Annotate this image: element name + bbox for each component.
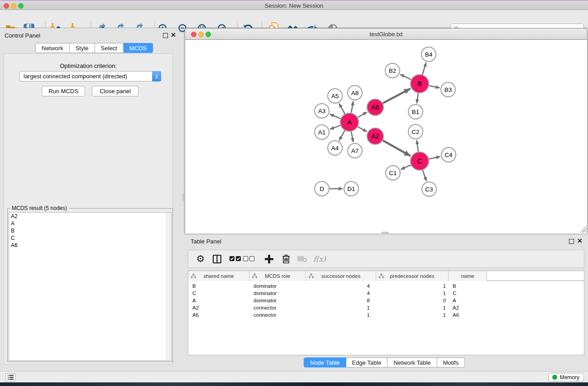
- edge-B-B4[interactable]: [422, 62, 426, 75]
- edge-C-C2[interactable]: [417, 140, 419, 152]
- node-label: B3: [445, 86, 452, 93]
- edge-A-A4[interactable]: [339, 130, 344, 140]
- node-A5[interactable]: A5: [328, 89, 342, 103]
- node-A7[interactable]: A7: [348, 143, 362, 158]
- column-header-MCDS-role[interactable]: MCDS role: [249, 271, 306, 281]
- node-label: D1: [347, 186, 355, 192]
- table-row[interactable]: Bdominator41B: [188, 282, 584, 290]
- column-header-shared-name[interactable]: shared name: [188, 271, 249, 281]
- node-label: C3: [425, 186, 433, 193]
- node-B2[interactable]: B2: [385, 63, 400, 78]
- edge-A-A1[interactable]: [330, 125, 340, 129]
- edge-C-C3[interactable]: [423, 170, 426, 181]
- edge-A-A7[interactable]: [351, 132, 354, 143]
- tab-mcds[interactable]: MCDS: [124, 43, 153, 53]
- table-row[interactable]: A6connector11A6: [188, 311, 584, 319]
- node-B[interactable]: B: [411, 75, 429, 93]
- select-all-columns-icon[interactable]: [228, 252, 243, 266]
- float-panel-icon[interactable]: [569, 239, 574, 244]
- show-columns-icon[interactable]: [209, 252, 225, 266]
- edge-B-B1[interactable]: [417, 93, 418, 103]
- delete-table-icon[interactable]: [295, 252, 310, 266]
- window-resize-grip[interactable]: [580, 226, 587, 233]
- node-label: A1: [318, 129, 326, 136]
- close-panel-icon[interactable]: ✕: [171, 31, 176, 38]
- node-C4[interactable]: C4: [441, 148, 456, 162]
- edge-A-A6[interactable]: [358, 112, 367, 118]
- node-A4[interactable]: A4: [328, 141, 342, 155]
- table-options-icon[interactable]: ⚙: [193, 252, 208, 266]
- tab-node-table[interactable]: Node Table: [304, 357, 346, 367]
- table-cell: 1: [306, 312, 376, 318]
- node-C[interactable]: C: [411, 152, 429, 170]
- network-canvas[interactable]: B4B2BB3A5A8A6A3B1AC2A1A2A4A7C4CC1C3DD1: [185, 40, 587, 234]
- tab-style[interactable]: Style: [70, 43, 95, 53]
- selected-criterion: largest connected component (directed): [20, 73, 152, 80]
- node-A[interactable]: A: [340, 113, 359, 131]
- edge-B-B2[interactable]: [400, 74, 411, 80]
- node-A3[interactable]: A3: [315, 104, 329, 118]
- edge-A-A2[interactable]: [358, 127, 367, 132]
- vertical-scroll-handle[interactable]: [182, 193, 185, 201]
- node-B1[interactable]: B1: [408, 105, 423, 119]
- result-list-item[interactable]: C: [9, 234, 171, 242]
- edge-A2-C[interactable]: [383, 140, 411, 156]
- run-mcds-button[interactable]: Run MCDS: [42, 86, 85, 96]
- result-list-item[interactable]: A6: [9, 242, 171, 249]
- table-row[interactable]: Cdominator41C: [188, 290, 584, 297]
- result-scrollbar[interactable]: [166, 213, 171, 360]
- table-row[interactable]: Adominator80A: [188, 297, 584, 304]
- edge-A6-B[interactable]: [383, 89, 411, 103]
- edge-B-B3[interactable]: [429, 86, 440, 88]
- edge-C-C1[interactable]: [401, 165, 411, 169]
- node-A6[interactable]: A6: [367, 99, 383, 115]
- mcds-result-list[interactable]: A2ABCA6: [9, 212, 172, 361]
- tab-network[interactable]: Network: [35, 43, 70, 53]
- close-panel-button[interactable]: Close panel: [92, 86, 139, 96]
- table-row[interactable]: A2connector11A2: [188, 304, 584, 311]
- edge-A-A5[interactable]: [339, 104, 345, 114]
- node-B3[interactable]: B3: [441, 82, 455, 97]
- node-D[interactable]: D: [315, 181, 329, 196]
- column-header-label: predecessor nodes: [390, 273, 435, 279]
- delete-column-icon[interactable]: [278, 252, 294, 266]
- table-cell: 1: [376, 305, 449, 310]
- edge-C-C4[interactable]: [429, 157, 440, 159]
- tab-select[interactable]: Select: [95, 43, 124, 53]
- close-panel-icon[interactable]: ✕: [577, 237, 583, 244]
- deselect-all-columns-icon[interactable]: [241, 252, 257, 266]
- column-header-predecessor-nodes[interactable]: predecessor nodes: [376, 271, 449, 281]
- column-header-name[interactable]: name: [449, 271, 487, 281]
- result-list-item[interactable]: B: [9, 227, 171, 234]
- tab-motifs[interactable]: Motifs: [437, 357, 465, 367]
- optimization-criterion-select[interactable]: largest connected component (directed) ▲…: [19, 71, 161, 81]
- node-label: C: [417, 157, 422, 165]
- tab-edge-table[interactable]: Edge Table: [346, 357, 388, 367]
- memory-button[interactable]: Memory: [549, 373, 584, 381]
- result-list-item[interactable]: A: [9, 220, 171, 227]
- node-label: A2: [371, 133, 379, 140]
- node-C1[interactable]: C1: [386, 166, 400, 180]
- title-bar: Session: New Session: [0, 1, 588, 10]
- float-panel-icon[interactable]: [163, 33, 168, 38]
- result-list-item[interactable]: A2: [9, 213, 171, 220]
- task-history-button[interactable]: [5, 373, 15, 381]
- edge-A-A3[interactable]: [330, 114, 341, 119]
- function-builder-icon[interactable]: f(x): [312, 252, 327, 266]
- network-window-titlebar[interactable]: testGlobe.txt: [185, 29, 587, 40]
- node-D1[interactable]: D1: [344, 181, 359, 196]
- column-header-successor-nodes[interactable]: successor nodes: [306, 271, 376, 281]
- edge-A-A8[interactable]: [351, 101, 354, 113]
- node-A8[interactable]: A8: [348, 86, 362, 100]
- tab-network-table[interactable]: Network Table: [387, 357, 437, 367]
- table-cell: 1: [376, 312, 449, 318]
- node-C3[interactable]: C3: [422, 182, 436, 196]
- node-table[interactable]: shared nameMCDS rolesuccessor nodesprede…: [188, 271, 584, 355]
- horizontal-scroll-handle[interactable]: [382, 232, 389, 234]
- node-C2[interactable]: C2: [408, 124, 423, 139]
- node-A1[interactable]: A1: [315, 125, 329, 139]
- control-panel: Control Panel ✕ NetworkStyleSelectMCDS O…: [0, 28, 177, 369]
- node-A2[interactable]: A2: [367, 128, 383, 144]
- node-B4[interactable]: B4: [421, 47, 436, 62]
- create-column-icon[interactable]: [261, 252, 277, 266]
